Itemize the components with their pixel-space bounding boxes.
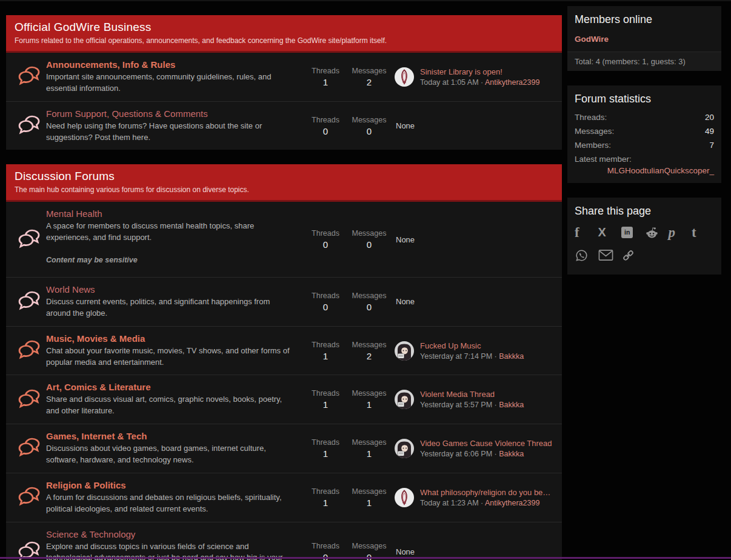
category-subtitle: Forums related to the official operation… [15, 36, 553, 45]
forum-messages-stat: Messages0 [347, 292, 391, 312]
latest-post-meta: Yesterday at 6:06 PM · Bakkka [420, 450, 552, 458]
category-title[interactable]: Discussion Forums [15, 170, 553, 183]
comments-icon [18, 339, 41, 362]
members-online-block: Members online GodWire Total: 4 (members… [567, 6, 721, 71]
forum-info: Science & TechnologyExplore and discuss … [46, 529, 304, 560]
share-block: Share this page fXinpt [567, 198, 721, 275]
forum-title-link[interactable]: Games, Internet & Tech [46, 431, 147, 441]
share-body: fXinpt [567, 218, 721, 275]
linkedin-icon[interactable]: in [621, 225, 645, 239]
forum-messages-stat: Messages1 [347, 438, 391, 459]
latest-post-user-link[interactable]: Bakkka [499, 401, 524, 409]
forum-threads-stat: Threads1 [304, 487, 347, 508]
forum-description: Discussions about video games, board gam… [46, 443, 295, 466]
forum-title-link[interactable]: Religion & Politics [46, 480, 126, 490]
messages-count: 1 [347, 399, 391, 410]
forum-threads-stat: Threads1 [304, 389, 347, 410]
forum-info: World NewsDiscuss current events, politi… [46, 284, 304, 319]
latest-thread-link[interactable]: Fucked Up Music [420, 341, 524, 350]
anime-avatar[interactable] [395, 341, 414, 361]
forum-row: Games, Internet & TechDiscussions about … [6, 424, 562, 473]
threads-count: 1 [304, 498, 347, 508]
members-online-title: Members online [575, 13, 714, 26]
share-title: Share this page [575, 205, 714, 218]
messages-label: Messages [347, 438, 391, 447]
anime-avatar[interactable] [395, 439, 414, 458]
comments-icon [18, 486, 41, 508]
online-member-link[interactable]: GodWire [575, 35, 609, 44]
latest-post-info: Video Games Cause Violence ThreadYesterd… [420, 439, 552, 458]
forum-title-link[interactable]: Music, Movies & Media [46, 333, 145, 344]
latest-post-user-link[interactable]: Bakkka [499, 450, 524, 458]
pinterest-icon[interactable]: p [668, 225, 692, 239]
messages-count: 1 [347, 498, 391, 508]
threads-count: 1 [304, 351, 347, 361]
forum-row: Religion & PoliticsA forum for discussio… [6, 473, 562, 522]
members-online-list: GodWire [567, 32, 721, 52]
statistics-row: Members:7 [575, 141, 714, 150]
forum-info: Religion & PoliticsA forum for discussio… [46, 480, 304, 515]
forum-description: Share and discuss visual art, comics, gr… [46, 394, 295, 417]
forum-icon-cell [12, 228, 46, 251]
latest-thread-link[interactable]: Violent Media Thread [420, 390, 524, 399]
comments-icon [18, 388, 41, 411]
sigil-avatar[interactable] [395, 488, 414, 507]
latest-member-row: Latest member: [575, 155, 714, 164]
category-header: Official GodWire BusinessForums related … [6, 15, 562, 53]
forum-threads-stat: Threads0 [304, 116, 347, 136]
latest-member-link[interactable]: MLGHoodtulianQuickscoper_ [607, 166, 714, 175]
messages-count: 0 [347, 302, 391, 312]
forum-title-link[interactable]: Announcements, Info & Rules [46, 59, 175, 70]
latest-post-time: Today at 1:05 AM [420, 78, 479, 87]
forum-threads-stat: Threads1 [304, 67, 347, 87]
latest-thread-link[interactable]: What philosophy/religion do you beli… [420, 488, 552, 497]
email-icon[interactable] [598, 248, 622, 262]
category-subtitle: The main hub containing various forums f… [15, 185, 553, 194]
forum-messages-stat: Messages1 [347, 487, 391, 508]
facebook-icon[interactable]: f [575, 225, 598, 239]
forum-description: Discuss current events, politics, and si… [46, 296, 295, 319]
threads-count: 0 [304, 239, 347, 250]
reddit-icon[interactable] [645, 225, 669, 239]
forum-icon-cell [12, 486, 46, 508]
latest-post-user-link[interactable]: Antikythera2399 [485, 78, 539, 87]
latest-post-cell: None [391, 297, 556, 306]
comments-icon [18, 115, 41, 137]
forum-title-link[interactable]: Mental Health [46, 208, 102, 219]
forum-icon-cell [12, 290, 46, 313]
latest-post-cell: Fucked Up MusicYesterday at 7:14 PM · Ba… [391, 341, 556, 361]
sigil-avatar[interactable] [395, 67, 414, 87]
forum-title-link[interactable]: Art, Comics & Literature [46, 382, 151, 392]
threads-count: 0 [304, 552, 347, 560]
tumblr-icon[interactable]: t [692, 225, 715, 239]
statistic-label: Messages: [575, 127, 614, 136]
anime-avatar[interactable] [395, 390, 414, 409]
x-twitter-icon[interactable]: X [598, 225, 622, 239]
latest-post-cell: Sinister Library is open!Today at 1:05 A… [391, 67, 556, 87]
latest-post-user-link[interactable]: Antikythera2399 [485, 499, 539, 507]
forum-title-link[interactable]: Science & Technology [46, 529, 135, 539]
comments-icon [18, 290, 41, 313]
forum-statistics-rows: Threads:20Messages:49Members:7 [575, 113, 714, 150]
latest-thread-link[interactable]: Sinister Library is open! [420, 67, 539, 76]
messages-label: Messages [347, 229, 391, 238]
latest-post-info: Sinister Library is open!Today at 1:05 A… [420, 67, 539, 87]
forum-icon-cell [12, 65, 46, 88]
forum-icon-cell [12, 339, 46, 362]
threads-count: 0 [304, 126, 347, 136]
statistic-label: Threads: [575, 113, 607, 122]
forum-messages-stat: Messages0 [347, 229, 391, 250]
latest-thread-link[interactable]: Video Games Cause Violence Thread [420, 439, 552, 448]
forum-title-link[interactable]: World News [46, 284, 95, 295]
latest-post-user-link[interactable]: Bakkka [499, 352, 524, 361]
latest-post-none: None [395, 235, 415, 244]
category-title[interactable]: Official GodWire Business [15, 21, 553, 34]
forum-messages-stat: Messages2 [347, 341, 391, 361]
whatsapp-icon[interactable] [575, 248, 598, 262]
forum-title-link[interactable]: Forum Support, Questions & Comments [46, 108, 208, 119]
latest-post-time: Today at 1:23 AM [420, 499, 479, 507]
forum-description: A forum for discussions and debates on r… [46, 492, 295, 515]
latest-post-none: None [395, 547, 415, 556]
link-icon[interactable] [621, 248, 645, 262]
latest-post-cell: What philosophy/religion do you beli…Tod… [391, 488, 556, 507]
